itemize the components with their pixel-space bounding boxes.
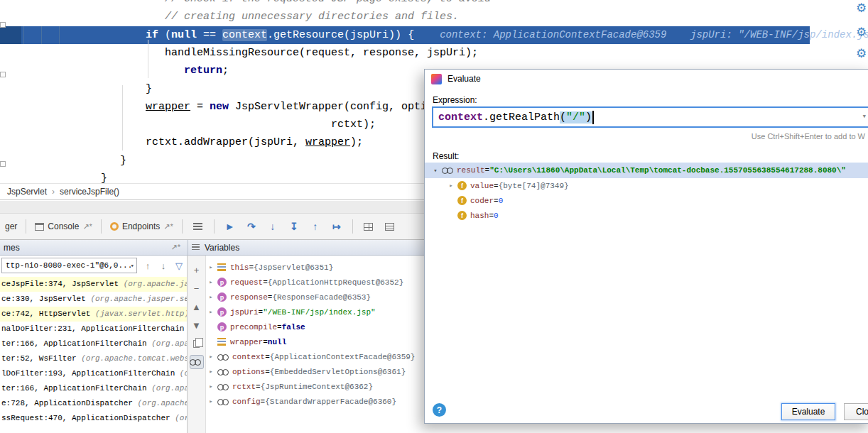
equals-sign: = (489, 212, 494, 220)
close-button[interactable]: Close (844, 403, 868, 420)
gear-icon[interactable]: ⚙ (855, 26, 868, 39)
expand-chevron-icon[interactable]: ▸ (206, 353, 216, 361)
tab-debugger[interactable]: ger (1, 214, 21, 239)
thread-selector[interactable]: ttp-nio-8080-exec-1"@6,0... ▾ (1, 258, 137, 273)
view-table-icon[interactable] (360, 218, 377, 235)
menu-icon[interactable] (190, 218, 207, 235)
variable-name: this (230, 263, 249, 272)
text-caret (592, 111, 594, 124)
variable-value: null (268, 338, 286, 346)
expand-chevron-icon[interactable]: ▸ (206, 368, 216, 376)
variable-value: false (282, 323, 305, 331)
step-into-icon[interactable]: ↓ (264, 218, 281, 235)
toolbar-separator (352, 219, 353, 234)
endpoints-icon (110, 222, 119, 231)
chevron-down-icon: ▾ (131, 262, 134, 270)
breadcrumb-class[interactable]: JspServlet (7, 187, 47, 197)
frame-package: (org.apa (180, 369, 188, 378)
stack-frame[interactable]: ceJspFile:374, JspServlet (org.apache.ja… (0, 277, 188, 292)
result-child-row[interactable]: fhash = 0 (425, 208, 868, 223)
stack-frame[interactable]: e:728, ApplicationDispatcher (org.apache… (0, 396, 188, 411)
expand-chevron-icon[interactable]: ▸ (206, 278, 216, 286)
breadcrumb-method[interactable]: serviceJspFile() (60, 187, 119, 197)
help-icon[interactable]: ? (433, 403, 446, 417)
gutter-marker-icon (0, 72, 6, 77)
gear-icon[interactable]: ⚙ (855, 47, 868, 60)
filter-icon[interactable]: ▽ (171, 258, 187, 273)
stack-frame[interactable]: ce:742, HttpServlet (javax.servlet.http) (0, 307, 188, 322)
console-icon (35, 223, 44, 231)
step-out-icon[interactable]: ↑ (307, 218, 324, 235)
stack-frame[interactable]: nalDoFilter:231, ApplicationFilterChain … (0, 322, 188, 336)
expand-chevron-icon[interactable]: ▸ (206, 293, 216, 301)
remove-icon[interactable]: − (190, 281, 204, 295)
result-tree: ▾result = "C:\Users\11860\AppData\Local\… (425, 163, 868, 223)
frame-package: (org.ap (175, 414, 188, 422)
add-icon[interactable]: + (190, 263, 204, 277)
result-label: Result: (433, 151, 459, 161)
copy-icon[interactable] (190, 336, 204, 351)
stack-frame[interactable]: ter:52, WsFilter (org.apache.tomcat.webs… (0, 351, 188, 366)
layout-settings-icon[interactable] (381, 218, 398, 235)
gear-icon[interactable]: ⚙ (855, 1, 868, 15)
variable-name: request (230, 278, 263, 287)
field-name: hash (470, 212, 489, 220)
move-down-icon[interactable]: ▼ (190, 318, 204, 332)
stack-frame[interactable]: ce:330, JspServlet (org.apache.jasper.se… (0, 292, 188, 307)
arrow-down-icon[interactable]: ↓ (156, 258, 171, 273)
tab-endpoints[interactable]: Endpoints ↗* (107, 214, 177, 239)
frame-package: (org.apache.jasper.se (124, 280, 188, 288)
tab-console[interactable]: Console ↗* (31, 214, 96, 239)
expand-chevron-icon[interactable]: ▸ (206, 308, 216, 316)
toolbar-separator (26, 219, 26, 234)
frames-panel-header: mes ↗* (0, 240, 188, 256)
expand-chevron-icon[interactable]: ▸ (446, 182, 456, 190)
result-child-row[interactable]: fcoder = 0 (425, 193, 868, 208)
code-line[interactable]: // Check if the requested JSP page exist… (0, 0, 868, 8)
frame-package: (javax.servlet.http) (95, 309, 188, 318)
step-over-icon[interactable]: ↷ (243, 218, 260, 235)
expand-chevron-icon[interactable]: ▸ (206, 383, 216, 390)
parameter-icon: p (217, 278, 227, 287)
variable-value: {ApplicationHttpRequest@6352} (268, 278, 403, 287)
stack-frame[interactable]: ssRequest:470, ApplicationDispatcher (or… (0, 411, 188, 426)
execution-code-line[interactable]: if (null == context.getResource(jspUri))… (0, 26, 868, 44)
stack-frame[interactable]: lDoFilter:193, ApplicationFilterChain (o… (0, 366, 188, 381)
equals-sign: = (265, 368, 270, 376)
frame-location: lDoFilter:193, ApplicationFilterChain (1, 369, 180, 378)
toolbar-separator (182, 219, 183, 234)
collapse-chevron-icon[interactable]: ▾ (430, 167, 440, 175)
field-name: coder (470, 197, 494, 205)
glasses-icon[interactable] (190, 355, 204, 369)
value-icon (217, 338, 226, 346)
move-up-icon[interactable]: ▲ (190, 300, 204, 314)
variable-name: wrapper (230, 338, 263, 346)
evaluate-button[interactable]: Evaluate (781, 403, 835, 420)
dialog-title: Evaluate (447, 74, 481, 84)
field-icon: f (457, 181, 467, 190)
run-to-cursor-icon[interactable]: ↦ (328, 218, 345, 235)
variable-value: {JspServlet@6351} (254, 263, 333, 272)
gutter-marker-icon (0, 161, 6, 167)
result-value: "C:\Users\11860\AppData\Local\Temp\tomca… (489, 166, 846, 175)
expression-input[interactable]: context.getRealPath("/") ▾ (432, 106, 868, 128)
equals-sign: = (261, 398, 266, 406)
force-step-into-icon[interactable]: ↧ (286, 218, 303, 235)
field-icon: f (457, 211, 467, 220)
expand-chevron-icon[interactable]: ▸ (206, 398, 216, 405)
result-child-row[interactable]: ▸fvalue = {byte[74]@7349} (425, 178, 868, 193)
stack-frame[interactable]: ter:166, ApplicationFilterChain (org.apa… (0, 336, 188, 351)
code-line[interactable]: handleMissingResource(request, response,… (0, 44, 868, 62)
parameter-icon: p (217, 292, 227, 302)
expand-chevron-icon[interactable]: ▸ (206, 263, 216, 271)
variable-name: precompile (230, 323, 277, 331)
stack-frame[interactable]: ter:166, ApplicationFilterChain (org.apa… (0, 381, 188, 396)
toolbar-separator (101, 219, 102, 234)
dialog-titlebar[interactable]: Evaluate (425, 70, 868, 88)
arrow-up-icon[interactable]: ↑ (140, 258, 156, 273)
result-row[interactable]: ▾result = "C:\Users\11860\AppData\Local\… (425, 163, 868, 178)
code-line[interactable]: // creating unnecessary directories and … (0, 8, 868, 26)
frames-header-label: mes (4, 243, 20, 253)
show-execution-point-icon[interactable]: ► (222, 218, 239, 235)
chevron-down-icon[interactable]: ▾ (862, 111, 867, 121)
